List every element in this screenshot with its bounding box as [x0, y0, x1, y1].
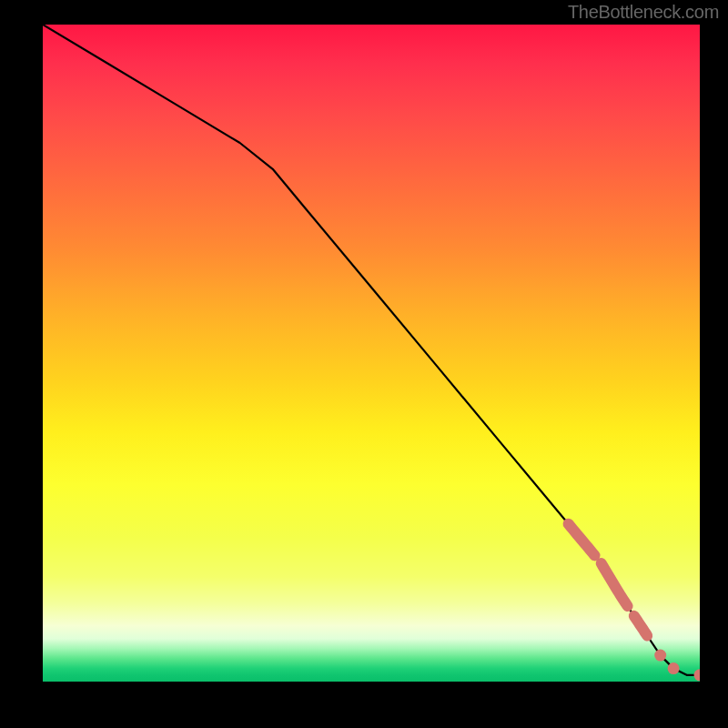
plot-area: [43, 25, 700, 682]
bottleneck-curve-line: [43, 25, 700, 675]
curve-svg: [43, 25, 700, 682]
highlight-segment: [569, 524, 595, 556]
chart-frame: TheBottleneck.com: [0, 0, 728, 728]
marker-layer: [569, 524, 700, 682]
highlight-dot: [694, 669, 701, 681]
highlight-segment: [634, 616, 647, 636]
highlight-dot: [654, 650, 666, 662]
highlight-segment: [602, 563, 628, 606]
highlight-dot: [668, 662, 680, 674]
watermark-text: TheBottleneck.com: [568, 2, 719, 23]
